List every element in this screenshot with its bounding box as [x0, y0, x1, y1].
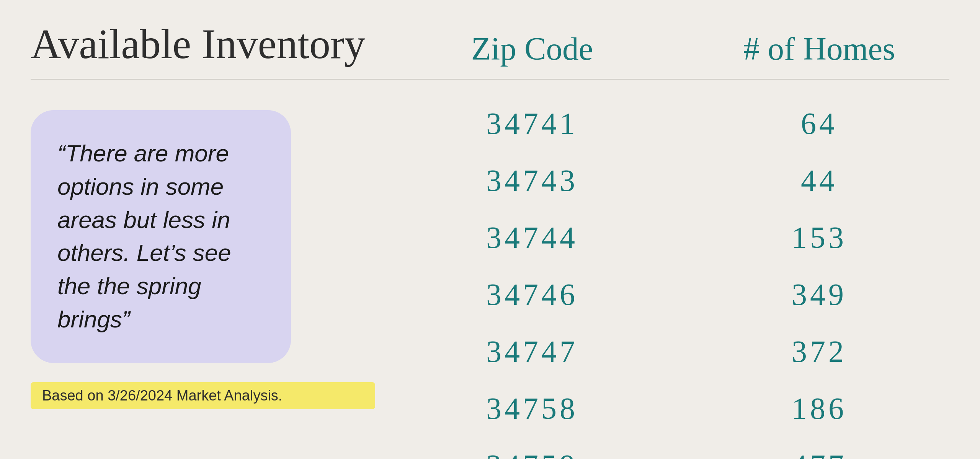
content-row: “There are more options in some areas bu… — [31, 103, 949, 459]
homes-column-header: # of Homes — [689, 30, 949, 67]
zip-code-value: 34759 — [375, 448, 689, 459]
table-row: 34747372 — [375, 334, 949, 369]
data-panel: 3474164347434434744153347463493474737234… — [375, 103, 949, 459]
table-row: 3474344 — [375, 163, 949, 198]
zip-code-value: 34758 — [375, 391, 689, 426]
footnote-badge: Based on 3/26/2024 Market Analysis. — [31, 382, 375, 409]
quote-bubble: “There are more options in some areas bu… — [31, 110, 291, 363]
homes-count-value: 186 — [689, 391, 949, 426]
zip-code-column-header: Zip Code — [375, 30, 689, 67]
zip-code-value: 34747 — [375, 334, 689, 369]
left-panel: “There are more options in some areas bu… — [31, 103, 375, 409]
zip-code-value: 34743 — [375, 163, 689, 198]
page-container: Available Inventory Zip Code # of Homes … — [0, 0, 980, 459]
zip-code-value: 34746 — [375, 277, 689, 312]
homes-count-value: 372 — [689, 334, 949, 369]
footnote-text: Based on 3/26/2024 Market Analysis. — [42, 387, 282, 404]
table-row: 34746349 — [375, 277, 949, 312]
homes-count-value: 477 — [689, 448, 949, 459]
table-row: 34758186 — [375, 391, 949, 426]
table-row: 34744153 — [375, 220, 949, 255]
table-row: 34759477 — [375, 448, 949, 459]
homes-count-value: 153 — [689, 220, 949, 255]
header-row: Available Inventory Zip Code # of Homes — [31, 21, 949, 80]
homes-count-value: 349 — [689, 277, 949, 312]
quote-text: “There are more options in some areas bu… — [57, 137, 264, 336]
page-title: Available Inventory — [31, 21, 375, 67]
homes-count-value: 64 — [689, 106, 949, 141]
zip-code-value: 34744 — [375, 220, 689, 255]
homes-count-value: 44 — [689, 163, 949, 198]
zip-code-value: 34741 — [375, 106, 689, 141]
table-row: 3474164 — [375, 106, 949, 141]
